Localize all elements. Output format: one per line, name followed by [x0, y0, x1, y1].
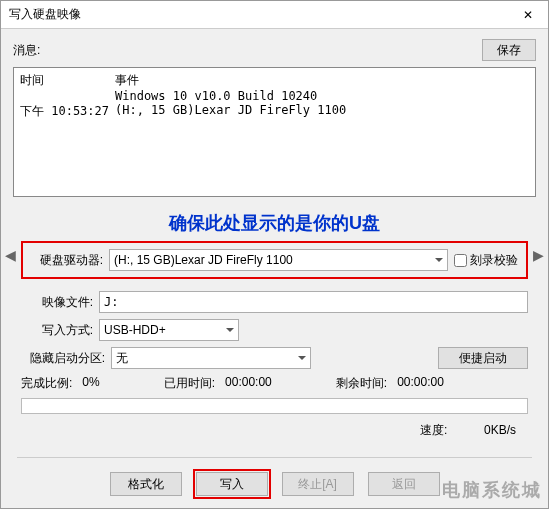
- write-mode-select[interactable]: USB-HDD+: [99, 319, 239, 341]
- write-mode-label: 写入方式:: [21, 322, 93, 339]
- client-area: 消息: 保存 时间 事件 Windows 10 v10.0 Build 1024…: [1, 29, 548, 506]
- speed-value: 0KB/s: [484, 423, 516, 437]
- log-row: Windows 10 v10.0 Build 10240: [20, 89, 529, 103]
- chevron-left-icon: ◀: [5, 247, 16, 263]
- progress-bar: [21, 398, 528, 414]
- log-header: 时间 事件: [20, 72, 529, 89]
- speed-label: 速度:: [420, 423, 447, 437]
- log-cell-time: [20, 89, 115, 103]
- back-button: 返回: [368, 472, 440, 496]
- elapsed-value: 00:00:00: [225, 375, 272, 392]
- drive-select[interactable]: (H:, 15 GB)Lexar JD FireFly 1100: [109, 249, 448, 271]
- elapsed-label: 已用时间:: [164, 375, 215, 392]
- write-mode-row: 写入方式: USB-HDD+: [21, 319, 528, 341]
- drive-select-value: (H:, 15 GB)Lexar JD FireFly 1100: [114, 253, 293, 267]
- progress-value: 0%: [82, 375, 99, 392]
- progress-label: 完成比例:: [21, 375, 72, 392]
- hidden-boot-value: 无: [116, 350, 128, 367]
- separator: [17, 457, 532, 458]
- close-button[interactable]: ✕: [508, 1, 548, 29]
- save-button[interactable]: 保存: [482, 39, 536, 61]
- remaining-value: 00:00:00: [397, 375, 444, 392]
- verify-label: 刻录校验: [470, 252, 518, 269]
- log-listbox[interactable]: 时间 事件 Windows 10 v10.0 Build 10240 下午 10…: [13, 67, 536, 197]
- drive-row-highlight: 硬盘驱动器: (H:, 15 GB)Lexar JD FireFly 1100 …: [21, 241, 528, 279]
- log-cell-time: 下午 10:53:27: [20, 103, 115, 120]
- log-header-event: 事件: [115, 72, 139, 89]
- status-row: 完成比例: 0% 已用时间: 00:00:00 剩余时间: 00:00:00: [21, 375, 528, 392]
- log-header-time: 时间: [20, 72, 115, 89]
- verify-check-input[interactable]: [454, 254, 467, 267]
- abort-button: 终止[A]: [282, 472, 354, 496]
- message-label: 消息:: [13, 42, 474, 59]
- image-label: 映像文件:: [21, 294, 93, 311]
- log-cell-text: Windows 10 v10.0 Build 10240: [115, 89, 317, 103]
- log-cell-text: (H:, 15 GB)Lexar JD FireFly 1100: [115, 103, 346, 120]
- write-mode-value: USB-HDD+: [104, 323, 166, 337]
- message-row: 消息: 保存: [13, 39, 536, 61]
- hidden-boot-select[interactable]: 无: [111, 347, 311, 369]
- drive-label: 硬盘驱动器:: [31, 252, 103, 269]
- speed-row: 速度: 0KB/s: [13, 418, 536, 449]
- remaining-label: 剩余时间:: [336, 375, 387, 392]
- hidden-boot-row: 隐藏启动分区: 无 便捷启动: [21, 347, 528, 369]
- dialog-window: 写入硬盘映像 ✕ 消息: 保存 时间 事件 Windows 10 v10.0 B…: [0, 0, 549, 509]
- close-icon: ✕: [523, 8, 533, 22]
- portable-boot-button[interactable]: 便捷启动: [438, 347, 528, 369]
- chevron-right-icon: ▶: [533, 247, 544, 263]
- button-bar: 格式化 写入 终止[A] 返回: [13, 466, 536, 506]
- verify-checkbox[interactable]: 刻录校验: [454, 252, 518, 269]
- image-file-input[interactable]: [99, 291, 528, 313]
- hidden-boot-label: 隐藏启动分区:: [21, 350, 105, 367]
- log-row: 下午 10:53:27 (H:, 15 GB)Lexar JD FireFly …: [20, 103, 529, 120]
- image-row: 映像文件:: [21, 291, 528, 313]
- window-title: 写入硬盘映像: [9, 6, 81, 23]
- titlebar: 写入硬盘映像 ✕: [1, 1, 548, 29]
- write-button[interactable]: 写入: [196, 472, 268, 496]
- format-button[interactable]: 格式化: [110, 472, 182, 496]
- annotation-text: 确保此处显示的是你的U盘: [13, 211, 536, 235]
